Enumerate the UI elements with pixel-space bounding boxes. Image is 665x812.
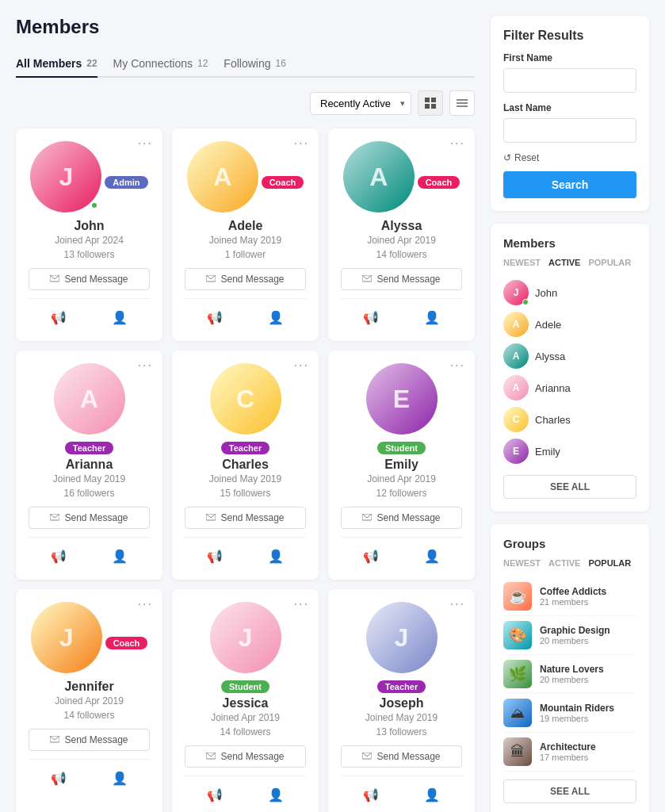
role-badge-emily: Student — [377, 442, 426, 454]
svg-rect-0 — [425, 98, 430, 102]
members-tab-newest[interactable]: NEWEST — [503, 258, 541, 267]
member-name-joseph: Joseph — [341, 696, 462, 710]
members-tab-active[interactable]: ACTIVE — [548, 258, 580, 267]
mini-online-dot — [522, 299, 529, 305]
follow-icon-joseph[interactable]: 👤 — [421, 784, 443, 806]
send-message-button-jessica[interactable]: Send Message — [185, 745, 306, 768]
groups-tab-newest[interactable]: NEWEST — [503, 558, 541, 568]
member-followers-charles: 15 followers — [185, 488, 306, 499]
card-menu-charles[interactable]: ··· — [294, 358, 309, 373]
group-item-graphic-design[interactable]: 🎨 Graphic Design 20 members — [503, 616, 636, 655]
send-message-button-adele[interactable]: Send Message — [185, 268, 306, 290]
group-thumb: ☕ — [503, 582, 532, 611]
first-name-input[interactable] — [503, 68, 636, 93]
card-actions-jennifer: 📢 👤 — [29, 759, 150, 789]
widget-member-john[interactable]: J John — [503, 277, 636, 308]
follow-icon-emily[interactable]: 👤 — [421, 546, 443, 567]
avatar-joseph: J — [366, 602, 438, 673]
widget-member-emily[interactable]: E Emily — [503, 435, 636, 467]
send-message-button-alyssa[interactable]: Send Message — [341, 268, 462, 290]
follow-icon-charles[interactable]: 👤 — [265, 546, 287, 567]
group-info: Graphic Design 20 members — [540, 625, 636, 645]
follow-icon-jennifer[interactable]: 👤 — [109, 768, 131, 789]
avatar-jennifer: J — [31, 602, 102, 673]
send-message-button-emily[interactable]: Send Message — [341, 507, 462, 529]
member-joined-charles: Joined May 2019 — [185, 473, 306, 485]
sort-select[interactable]: Recently Active Newest Alphabetical — [310, 92, 411, 115]
megaphone-icon-jennifer[interactable]: 📢 — [48, 768, 70, 789]
widget-member-adele[interactable]: A Adele — [503, 308, 636, 340]
group-count: 21 members — [540, 597, 636, 607]
last-name-input[interactable] — [503, 118, 636, 143]
member-name-adele: Adele — [185, 219, 306, 233]
tab-following[interactable]: Following 16 — [224, 51, 286, 76]
tab-my-connections[interactable]: My Connections 12 — [113, 51, 208, 76]
member-card-emily: ··· E Student Emily Joined Apr 2019 12 f… — [328, 350, 475, 580]
group-info: Coffee Addicts 21 members — [540, 586, 636, 607]
card-actions-joseph: 📢 👤 — [341, 776, 462, 806]
role-badge-alyssa: Coach — [418, 176, 461, 189]
group-item-coffee-addicts[interactable]: ☕ Coffee Addicts 21 members — [503, 577, 636, 616]
card-menu-jessica[interactable]: ··· — [294, 597, 309, 611]
group-item-mountain-riders[interactable]: ⛰ Mountain Riders 19 members — [503, 694, 636, 733]
group-count: 20 members — [540, 636, 636, 645]
group-item-nature-lovers[interactable]: 🌿 Nature Lovers 20 members — [503, 655, 636, 694]
send-message-button-john[interactable]: Send Message — [29, 268, 150, 290]
group-count: 20 members — [540, 675, 636, 684]
member-card-jessica: ··· J Student Jessica Joined Apr 2019 14… — [172, 589, 319, 812]
group-thumb: 🎨 — [503, 621, 532, 649]
widget-member-charles[interactable]: C Charles — [503, 404, 636, 435]
reset-link[interactable]: ↺ Reset — [503, 152, 636, 163]
megaphone-icon-adele[interactable]: 📢 — [204, 307, 226, 328]
members-tab-popular[interactable]: POPULAR — [588, 258, 631, 267]
widget-member-alyssa[interactable]: A Alyssa — [503, 340, 636, 372]
groups-see-all-button[interactable]: SEE ALL — [503, 779, 636, 803]
search-button[interactable]: Search — [503, 171, 636, 198]
mini-avatar-john: J — [503, 280, 529, 305]
follow-icon-adele[interactable]: 👤 — [265, 307, 287, 328]
megaphone-icon-jessica[interactable]: 📢 — [204, 784, 226, 806]
megaphone-icon-charles[interactable]: 📢 — [204, 546, 226, 567]
card-menu-adele[interactable]: ··· — [294, 136, 309, 151]
group-item-architecture[interactable]: 🏛 Architecture 17 members — [503, 733, 636, 772]
card-menu-alyssa[interactable]: ··· — [450, 136, 465, 151]
member-card-arianna: ··· A Teacher Arianna Joined May 2019 16… — [16, 350, 162, 580]
follow-icon-john[interactable]: 👤 — [109, 307, 131, 328]
megaphone-icon-alyssa[interactable]: 📢 — [360, 307, 382, 328]
send-message-button-joseph[interactable]: Send Message — [341, 745, 462, 768]
message-icon — [206, 753, 216, 760]
message-icon — [362, 514, 372, 522]
megaphone-icon-arianna[interactable]: 📢 — [48, 546, 70, 567]
send-message-button-charles[interactable]: Send Message — [185, 507, 306, 529]
last-name-label: Last Name — [503, 102, 636, 113]
mini-name-john: John — [535, 287, 557, 299]
member-joined-adele: Joined May 2019 — [185, 235, 306, 246]
send-message-button-jennifer[interactable]: Send Message — [29, 729, 150, 751]
card-menu-joseph[interactable]: ··· — [450, 597, 465, 611]
mini-name-arianna: Arianna — [535, 382, 571, 394]
send-message-button-arianna[interactable]: Send Message — [29, 507, 150, 529]
message-icon — [50, 736, 59, 744]
card-menu-emily[interactable]: ··· — [450, 358, 465, 373]
groups-tab-popular[interactable]: POPULAR — [588, 558, 631, 568]
follow-icon-alyssa[interactable]: 👤 — [421, 307, 443, 328]
card-menu-john[interactable]: ··· — [138, 136, 153, 151]
groups-tab-active[interactable]: ACTIVE — [548, 558, 580, 568]
follow-icon-arianna[interactable]: 👤 — [109, 546, 131, 567]
widget-member-arianna[interactable]: A Arianna — [503, 372, 636, 404]
tab-all-members[interactable]: All Members 22 — [16, 51, 97, 76]
members-see-all-button[interactable]: SEE ALL — [503, 475, 636, 499]
grid-view-button[interactable] — [418, 90, 443, 116]
megaphone-icon-emily[interactable]: 📢 — [360, 546, 382, 567]
megaphone-icon-john[interactable]: 📢 — [48, 307, 70, 328]
member-joined-jessica: Joined Apr 2019 — [185, 712, 306, 723]
megaphone-icon-joseph[interactable]: 📢 — [360, 784, 382, 806]
list-view-button[interactable] — [449, 90, 475, 116]
card-menu-jennifer[interactable]: ··· — [138, 597, 153, 611]
main-content: Members All Members 22 My Connections 12… — [16, 16, 475, 812]
follow-icon-jessica[interactable]: 👤 — [265, 784, 287, 806]
card-menu-arianna[interactable]: ··· — [138, 358, 153, 373]
message-icon — [50, 275, 59, 283]
avatar-wrapper-joseph: J — [366, 602, 438, 673]
group-thumb: 🌿 — [503, 660, 532, 688]
